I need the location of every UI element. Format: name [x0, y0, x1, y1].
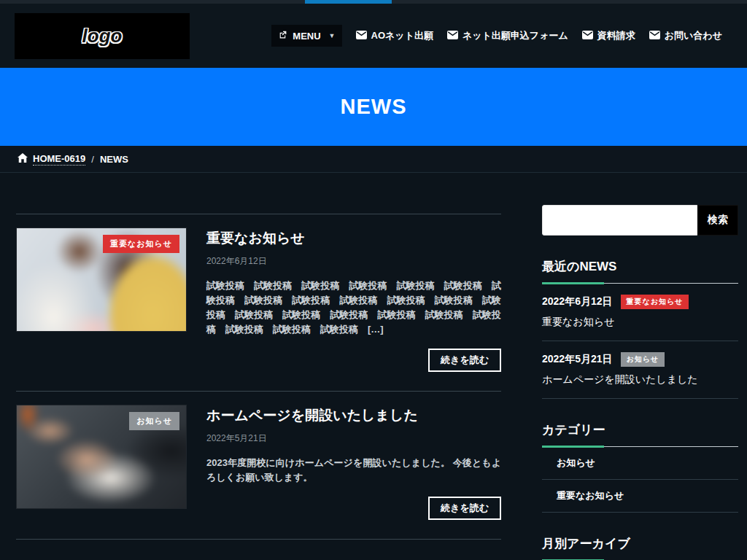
sidebar: 検索 最近のNEWS 2022年6月12日 重要なお知らせ 重要なお知らせ 20…: [542, 173, 738, 560]
page-hero: NEWS: [0, 68, 747, 146]
recent-news-date: 2022年5月21日: [542, 353, 613, 366]
mail-icon: [447, 31, 458, 42]
recent-news-meta: 2022年6月12日 重要なお知らせ: [542, 295, 738, 309]
mail-icon: [582, 31, 593, 42]
widget-heading: カテゴリー: [542, 421, 738, 447]
category-badge: 重要なお知らせ: [621, 295, 689, 309]
article-body: ホームページを開設いたしました 2022年5月21日 2023年度開校に向けホー…: [206, 405, 501, 520]
external-link-icon: [278, 29, 287, 42]
recent-news-title[interactable]: 重要なお知らせ: [542, 316, 738, 329]
category-link[interactable]: お知らせ: [542, 447, 738, 480]
breadcrumb-separator: /: [91, 154, 94, 165]
category-badge: 重要なお知らせ: [103, 235, 179, 253]
categories-list: お知らせ 重要なお知らせ: [542, 447, 738, 513]
home-icon: [18, 152, 28, 166]
article-title[interactable]: 重要なお知らせ: [206, 229, 501, 248]
read-more-row: 続きを読む: [206, 497, 501, 520]
breadcrumb-home-label: HOME-0619: [33, 153, 85, 166]
article-thumbnail[interactable]: 重要なお知らせ: [16, 228, 187, 332]
read-more-row: 続きを読む: [206, 349, 501, 372]
category-badge: お知らせ: [129, 412, 179, 430]
menu-button-label: MENU: [293, 31, 320, 42]
top-strip: [0, 0, 747, 4]
search-widget: 検索: [542, 205, 738, 236]
breadcrumb-home-link[interactable]: HOME-0619: [18, 152, 85, 166]
monthly-archive-widget: 月別アーカイブ 2022年6月: [542, 535, 738, 560]
recent-news-item[interactable]: 2022年6月12日 重要なお知らせ 重要なお知らせ: [542, 284, 738, 341]
search-button[interactable]: 検索: [697, 205, 738, 236]
recent-news-widget: 最近のNEWS 2022年6月12日 重要なお知らせ 重要なお知らせ 2022年…: [542, 258, 738, 399]
read-more-button[interactable]: 続きを読む: [428, 497, 501, 520]
main-nav: MENU ▼ AOネット出願 ネット出願申込フォーム 資料請求 お問い合わせ: [271, 25, 732, 47]
content-area: 重要なお知らせ 重要なお知らせ 2022年6月12日 試験投稿 試験投稿 試験投…: [0, 173, 747, 560]
article-title[interactable]: ホームページを開設いたしました: [206, 406, 501, 425]
recent-news-item[interactable]: 2022年5月21日 お知らせ ホームページを開設いたしました: [542, 341, 738, 399]
divider: [16, 539, 501, 540]
recent-news-title[interactable]: ホームページを開設いたしました: [542, 373, 738, 386]
nav-item-ao-net[interactable]: AOネット出願: [356, 29, 433, 42]
article-date: 2022年5月21日: [206, 432, 501, 445]
article-excerpt: 試験投稿 試験投稿 試験投稿 試験投稿 試験投稿 試験投稿 試験投稿 試験投稿 …: [206, 279, 501, 337]
menu-button[interactable]: MENU ▼: [271, 25, 341, 47]
site-header: logo MENU ▼ AOネット出願 ネット出願申込フォーム 資料請求: [0, 4, 747, 68]
breadcrumb-current: NEWS: [100, 154, 128, 165]
chevron-down-icon: ▼: [326, 32, 336, 39]
recent-news-meta: 2022年5月21日 お知らせ: [542, 352, 738, 367]
site-logo[interactable]: logo: [15, 13, 190, 59]
top-strip-accent: [305, 0, 392, 4]
widget-heading: 月別アーカイブ: [542, 535, 738, 560]
article-body: 重要なお知らせ 2022年6月12日 試験投稿 試験投稿 試験投稿 試験投稿 試…: [206, 228, 501, 372]
article-date: 2022年6月12日: [206, 255, 501, 268]
recent-news-date: 2022年6月12日: [542, 295, 613, 308]
category-link[interactable]: 重要なお知らせ: [542, 480, 738, 513]
widget-heading: 最近のNEWS: [542, 258, 738, 284]
logo-text: logo: [82, 25, 123, 47]
nav-item-contact[interactable]: お問い合わせ: [649, 29, 722, 42]
nav-item-application-form[interactable]: ネット出願申込フォーム: [447, 29, 568, 42]
category-badge: お知らせ: [621, 352, 665, 367]
read-more-button[interactable]: 続きを読む: [428, 349, 501, 372]
news-article: お知らせ ホームページを開設いたしました 2022年5月21日 2023年度開校…: [16, 392, 501, 539]
mail-icon: [649, 31, 660, 42]
nav-item-brochure-request[interactable]: 資料請求: [582, 29, 635, 42]
article-excerpt: 2023年度開校に向けホームページを開設いたしました。 今後ともよろしくお願い致…: [206, 456, 501, 485]
news-article: 重要なお知らせ 重要なお知らせ 2022年6月12日 試験投稿 試験投稿 試験投…: [16, 214, 501, 391]
search-input[interactable]: [542, 205, 697, 236]
article-thumbnail[interactable]: お知らせ: [16, 405, 187, 509]
news-list: 重要なお知らせ 重要なお知らせ 2022年6月12日 試験投稿 試験投稿 試験投…: [16, 173, 501, 560]
breadcrumb: HOME-0619 / NEWS: [0, 146, 747, 173]
categories-widget: カテゴリー お知らせ 重要なお知らせ: [542, 421, 738, 513]
page-title: NEWS: [341, 95, 407, 119]
mail-icon: [356, 31, 367, 42]
